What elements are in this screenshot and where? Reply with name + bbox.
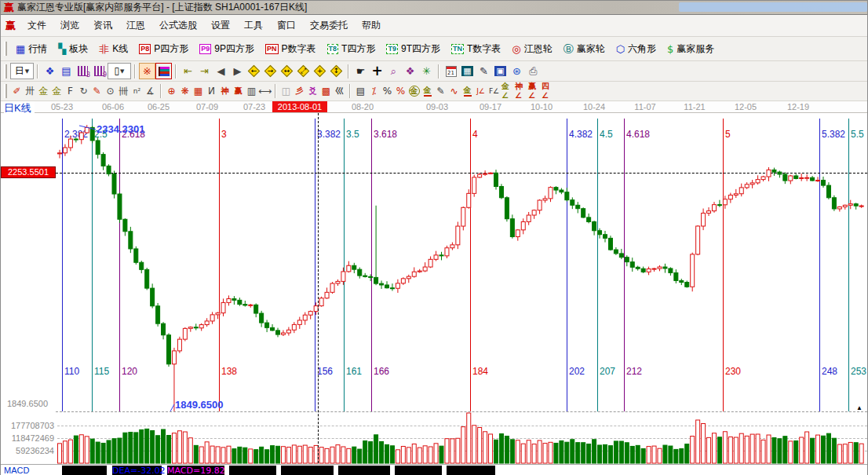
window-box-tool[interactable]: ◫ — [279, 84, 293, 99]
minute-chart-9-icon[interactable]: 9 — [91, 63, 108, 79]
win-angle-tool[interactable]: 赢∠ — [527, 84, 541, 99]
t9-square-button[interactable]: T99T四方形 — [381, 40, 446, 58]
gann-wheel-button[interactable]: ◎江恩轮 — [506, 40, 557, 58]
fan-grid-tool[interactable]: 爻 — [306, 84, 319, 99]
menu-帮助[interactable]: 帮助 — [355, 16, 388, 34]
date-tick-11-21: 11-21 — [673, 102, 717, 111]
kline-button[interactable]: 非K线 — [93, 40, 133, 58]
last-page-button[interactable]: ⇥ — [196, 63, 213, 79]
prev-page-button[interactable]: ◀ — [213, 63, 229, 79]
gold-line2-tool-glyph: 金 — [464, 86, 472, 97]
period-selector-button[interactable]: 日▼ — [10, 63, 34, 79]
time-grid-tool[interactable]: 卌 — [117, 84, 130, 99]
print-button[interactable]: ⎙ — [525, 63, 542, 79]
sector-button[interactable]: ▚板块 — [53, 40, 93, 58]
gold-time2-tool[interactable]: 金 — [50, 84, 64, 99]
gann-shape-button[interactable]: ❖ — [402, 63, 418, 79]
win-split-tool[interactable]: 赢 — [232, 84, 245, 99]
f-angle-tool[interactable]: F∠ — [487, 84, 501, 99]
quote-button[interactable]: ▦行情 — [10, 40, 53, 58]
menu-窗口[interactable]: 窗口 — [270, 16, 303, 34]
red-pencil-tool[interactable]: ✎ — [90, 84, 104, 99]
menu-文件[interactable]: 文件 — [20, 16, 53, 34]
n-square-tool[interactable]: n² — [130, 84, 144, 99]
pencil2-tool[interactable]: ✎ — [434, 84, 447, 99]
market-overview-icon[interactable]: ❖ — [42, 63, 58, 79]
grid-box-tool[interactable]: ▦ — [191, 84, 205, 99]
four-angle-tool[interactable]: 四∠ — [541, 84, 554, 99]
minute-chart-3-icon[interactable]: 3 — [75, 63, 91, 79]
p-square-button[interactable]: P8P四方形 — [133, 40, 194, 58]
expand-x-button[interactable]: → — [262, 63, 279, 79]
knife-tool[interactable]: ✐ — [10, 84, 24, 99]
wash-plate-icon[interactable]: ※ — [139, 63, 155, 79]
hexagon-button[interactable]: ⬡六角形 — [611, 40, 662, 58]
gold-circle-tool[interactable]: 金 — [407, 84, 421, 99]
zoom-y-button[interactable]: ↕ — [328, 63, 345, 79]
gold-line2-tool[interactable]: 金 — [461, 84, 474, 99]
god-split-tool[interactable]: 神 — [218, 84, 232, 99]
compass-tool[interactable]: ⊕ — [165, 84, 178, 99]
candle-style-button[interactable]: ▯▼ — [108, 63, 131, 79]
gold-time-tool[interactable]: 金 — [37, 84, 50, 99]
calculator-button[interactable]: ▦ — [459, 63, 476, 79]
notes-button[interactable]: ✎ — [476, 63, 492, 79]
n-wave-tool[interactable]: И — [205, 84, 218, 99]
p-number-table-button[interactable]: PNP数字表 — [260, 40, 322, 58]
ruler-123-tool[interactable]: ▥ — [245, 84, 258, 99]
compress-x-button[interactable]: ↔ — [279, 63, 295, 79]
gold-line-tool[interactable]: 金 — [421, 84, 434, 99]
spiral-tool[interactable]: ↻ — [77, 84, 90, 99]
percent-tool[interactable]: % — [381, 84, 394, 99]
indicator-selector[interactable]: MACD — [4, 466, 29, 475]
gold-angle-tool[interactable]: 金∠ — [501, 84, 514, 99]
shade-grid-tool[interactable]: ▩ — [319, 84, 333, 99]
fan-lines-tool[interactable]: 彡 — [293, 84, 306, 99]
j-angle-tool[interactable]: J∠ — [474, 84, 487, 99]
time-cycle-tool[interactable]: 卅 — [24, 84, 37, 99]
zoom-measure-button[interactable]: ⌕ — [385, 63, 402, 79]
kline-chart-area[interactable]: 2253.5501 1849.6500 ▲ 2.3821102.51152.61… — [1, 113, 867, 464]
menu-公式选股[interactable]: 公式选股 — [152, 16, 204, 34]
spider-web-tool[interactable]: ❋ — [178, 84, 191, 99]
export-web-button[interactable]: ⊛ — [509, 63, 525, 79]
t-square-button[interactable]: T8T四方形 — [322, 40, 381, 58]
expand-all-button[interactable]: ⤢ — [295, 63, 312, 79]
date-tick-09-17: 09-17 — [469, 102, 512, 111]
zoom-fit-button[interactable]: + — [312, 63, 328, 79]
menu-交易委托[interactable]: 交易委托 — [303, 16, 355, 34]
fibo-time-tool[interactable]: F — [64, 84, 77, 99]
next-page-button[interactable]: ▶ — [229, 63, 246, 79]
menu-资讯[interactable]: 资讯 — [86, 16, 119, 34]
p9-square-button[interactable]: P99P四方形 — [194, 40, 260, 58]
pan-hand-button[interactable]: ☛ — [352, 63, 369, 79]
god-angle-tool[interactable]: 神∠ — [514, 84, 527, 99]
save-button[interactable]: ▣ — [492, 63, 509, 79]
calendar-button[interactable]: 21 — [443, 63, 459, 79]
info-list-icon[interactable]: ▤ — [58, 63, 75, 79]
menu-浏览[interactable]: 浏览 — [53, 16, 86, 34]
parallel-lines-tool[interactable]: 巛 — [333, 84, 346, 99]
crosshair-button[interactable]: + — [369, 63, 385, 79]
menu-设置[interactable]: 设置 — [204, 16, 237, 34]
status-slot-6 — [395, 466, 442, 475]
first-page-button[interactable]: ⇤ — [180, 63, 196, 79]
smart-analysis-button[interactable]: ✳ — [418, 63, 435, 79]
winner-service-button[interactable]: $赢家服务 — [662, 40, 720, 58]
color-kline-icon[interactable] — [155, 63, 172, 79]
gold-circle-tool-glyph: 金 — [409, 86, 420, 97]
compass-tool-glyph: ⊕ — [167, 86, 175, 97]
percent-drop-tool[interactable]: ⁒ — [367, 84, 381, 99]
price-scale-tool[interactable]: ▤ — [354, 84, 367, 99]
cycle-circle-tool[interactable]: ⊙ — [104, 84, 117, 99]
winner-wheel-button[interactable]: Ⓑ赢家轮 — [558, 40, 611, 58]
mirror-angle-tool[interactable]: ∡ — [144, 84, 157, 99]
width-measure-tool[interactable]: ⟷ — [258, 84, 272, 99]
percent-line-tool[interactable]: % — [394, 84, 407, 99]
menu-江恩[interactable]: 江恩 — [119, 16, 152, 34]
shrink-x-button[interactable]: ← — [246, 63, 262, 79]
menu-工具[interactable]: 工具 — [237, 16, 270, 34]
t-number-table-button[interactable]: TNT数字表 — [446, 40, 506, 58]
candlestick-volume-plot[interactable] — [1, 113, 867, 464]
wave-tool[interactable]: ∿ — [447, 84, 461, 99]
